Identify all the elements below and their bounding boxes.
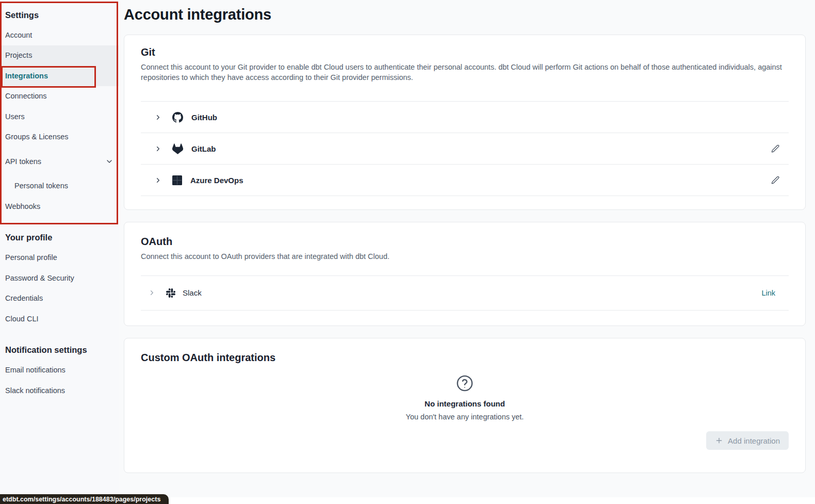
git-section-description: Connect this account to your Git provide… bbox=[141, 62, 789, 83]
oauth-provider-label: Slack bbox=[183, 288, 202, 297]
git-provider-label: GitHub bbox=[191, 113, 217, 122]
sidebar-section-notifications-title: Notification settings bbox=[0, 340, 119, 360]
edit-gitlab-button[interactable] bbox=[771, 144, 780, 154]
sidebar-item-personal-profile[interactable]: Personal profile bbox=[0, 248, 119, 268]
git-row-azure-devops[interactable]: Azure DevOps bbox=[141, 165, 789, 196]
slack-link-action[interactable]: Link bbox=[761, 289, 775, 297]
oauth-section-title: OAuth bbox=[141, 235, 789, 248]
chevron-right-icon bbox=[148, 289, 156, 297]
pencil-icon bbox=[771, 144, 780, 154]
chevron-down-icon bbox=[105, 157, 113, 166]
edit-azure-devops-button[interactable] bbox=[771, 175, 780, 185]
git-provider-label: Azure DevOps bbox=[190, 176, 243, 185]
git-integrations-card: Git Connect this account to your Git pro… bbox=[124, 35, 806, 210]
sidebar-item-account[interactable]: Account bbox=[0, 25, 119, 45]
github-icon bbox=[172, 112, 183, 123]
slack-icon bbox=[166, 288, 175, 298]
git-provider-list: GitHub GitLab Azure DevOps bbox=[141, 101, 789, 196]
chevron-right-icon bbox=[154, 145, 162, 153]
azure-devops-icon bbox=[172, 175, 182, 185]
oauth-row-slack[interactable]: Slack Link bbox=[141, 276, 789, 311]
chevron-right-icon bbox=[154, 176, 162, 184]
sidebar-item-api-tokens[interactable]: API tokens bbox=[0, 151, 119, 172]
oauth-card: OAuth Connect this account to OAuth prov… bbox=[124, 222, 806, 326]
oauth-section-description: Connect this account to OAuth providers … bbox=[141, 252, 789, 262]
empty-state-subtitle: You don't have any integrations yet. bbox=[141, 413, 789, 421]
settings-sidebar: Settings Account Projects Integrations C… bbox=[0, 0, 119, 504]
custom-oauth-section-title: Custom OAuth integrations bbox=[141, 351, 789, 364]
empty-state: No integrations found You don't have any… bbox=[141, 375, 789, 421]
sidebar-item-integrations[interactable]: Integrations bbox=[0, 66, 119, 86]
git-row-github[interactable]: GitHub bbox=[141, 102, 789, 133]
gitlab-icon bbox=[172, 143, 183, 154]
sidebar-item-webhooks[interactable]: Webhooks bbox=[0, 196, 119, 217]
browser-status-url: etdbt.com/settings/accounts/188483/pages… bbox=[0, 494, 169, 504]
oauth-provider-list: Slack Link bbox=[141, 275, 789, 311]
sidebar-item-credentials[interactable]: Credentials bbox=[0, 288, 119, 309]
add-integration-button[interactable]: Add integration bbox=[706, 431, 789, 450]
sidebar-item-connections[interactable]: Connections bbox=[0, 86, 119, 107]
plus-icon bbox=[715, 436, 723, 445]
sidebar-item-users[interactable]: Users bbox=[0, 106, 119, 127]
sidebar-item-email-notifications[interactable]: Email notifications bbox=[0, 360, 119, 381]
page-title: Account integrations bbox=[124, 6, 815, 23]
pencil-icon bbox=[771, 175, 780, 185]
git-row-gitlab[interactable]: GitLab bbox=[141, 133, 789, 165]
sidebar-section-profile-title: Your profile bbox=[0, 228, 119, 248]
sidebar-item-cloud-cli[interactable]: Cloud CLI bbox=[0, 308, 119, 329]
sidebar-item-personal-tokens[interactable]: Personal tokens bbox=[0, 176, 119, 197]
sidebar-item-slack-notifications[interactable]: Slack notifications bbox=[0, 380, 119, 401]
git-section-title: Git bbox=[141, 45, 789, 59]
chevron-right-icon bbox=[154, 113, 162, 121]
sidebar-item-password-security[interactable]: Password & Security bbox=[0, 268, 119, 288]
git-provider-label: GitLab bbox=[191, 144, 216, 153]
sidebar-item-groups-licenses[interactable]: Groups & Licenses bbox=[0, 127, 119, 148]
sidebar-item-projects[interactable]: Projects bbox=[0, 45, 119, 66]
custom-oauth-card: Custom OAuth integrations No integration… bbox=[124, 338, 806, 473]
question-circle-icon bbox=[456, 375, 474, 392]
main-content: Account integrations Git Connect this ac… bbox=[119, 0, 815, 473]
empty-state-title: No integrations found bbox=[141, 399, 789, 408]
sidebar-section-settings-title: Settings bbox=[0, 5, 119, 25]
